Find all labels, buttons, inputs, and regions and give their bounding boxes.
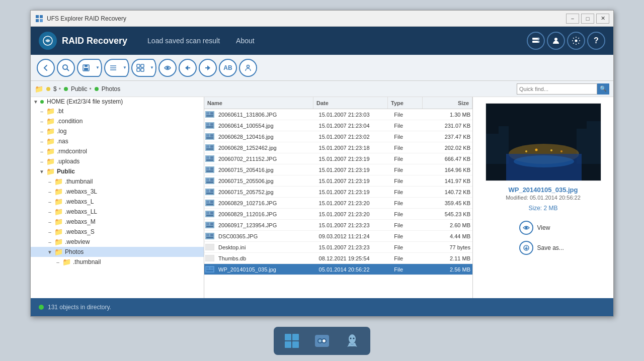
table-row[interactable]: Desktop.ini15.01.2007 21:23:23File77 byt… <box>204 242 472 253</box>
save-button[interactable] <box>77 59 94 77</box>
view-dropdown[interactable]: ▼ <box>148 59 156 77</box>
menu-about[interactable]: About <box>236 37 255 45</box>
info-button[interactable] <box>239 59 257 77</box>
svg-rect-66 <box>206 215 213 216</box>
view-button[interactable]: View <box>513 218 574 238</box>
list-item[interactable]: – 📁 .webview <box>31 237 204 247</box>
table-row[interactable]: 20060628_120416.jpg15.01.2007 21:23:02Fi… <box>204 131 472 142</box>
file-type-cell: File <box>392 266 427 273</box>
list-item[interactable]: – 📁 .nas <box>31 136 204 146</box>
table-row[interactable]: 20060829_102716.JPG15.01.2007 21:23:20Fi… <box>204 198 472 209</box>
svg-rect-58 <box>206 193 213 194</box>
table-row[interactable]: WP_20140105_035.jpg05.01.2014 20:56:22Fi… <box>204 264 472 275</box>
list-item[interactable]: – 📁 .condition <box>31 116 204 126</box>
list-item[interactable]: ▼ 📁 Photos <box>31 247 204 257</box>
user-icon-btn[interactable] <box>547 32 565 50</box>
list-item[interactable]: – 📁 .thumbnail <box>31 176 204 187</box>
list-item[interactable]: – 📁 .bt <box>31 106 204 116</box>
windows-icon-btn[interactable] <box>282 331 302 351</box>
table-row[interactable]: 20060715_205506.jpg15.01.2007 21:23:19Fi… <box>204 175 472 187</box>
table-row[interactable]: Thumbs.db08.12.2021 19:25:54File2.11 MB <box>204 253 472 264</box>
svg-rect-21 <box>137 68 140 71</box>
bc-photos[interactable]: Photos <box>102 85 120 93</box>
svg-point-91 <box>550 149 552 151</box>
search-submit-button[interactable]: 🔍 <box>597 83 609 95</box>
list-item[interactable]: – 📁 .webaxs_L <box>31 197 204 207</box>
tree-item-label: .webview <box>65 238 90 245</box>
list-button-group: ▼ <box>104 59 129 77</box>
table-row[interactable]: 20060611_131806.JPG15.01.2007 21:23:03Fi… <box>204 109 472 120</box>
list-item[interactable]: – 📁 .webaxs_3L <box>31 187 204 197</box>
list-item[interactable]: – 📁 .webaxs_S <box>31 227 204 237</box>
finder-icon-btn[interactable] <box>312 331 332 351</box>
table-row[interactable]: DSC00365.JPG09.03.2012 11:21:24File4.44 … <box>204 231 472 242</box>
menu-load-scan[interactable]: Load saved scan result <box>147 37 220 45</box>
minimize-button[interactable]: − <box>566 14 579 24</box>
settings-icon-btn[interactable] <box>567 32 585 50</box>
svg-marker-25 <box>205 65 210 70</box>
file-date-cell: 09.03.2012 11:21:24 <box>317 233 392 239</box>
svg-rect-97 <box>285 341 291 348</box>
col-header-type[interactable]: Type <box>388 97 423 109</box>
svg-point-26 <box>247 65 250 67</box>
tree-item-label: .webaxs_S <box>65 228 95 235</box>
file-name-cell: Thumbs.db <box>216 255 317 261</box>
file-name-cell: 20060702_211152.JPG <box>216 156 317 162</box>
list-item[interactable]: ▼ 📁 Public <box>31 166 204 176</box>
file-thumb <box>205 233 215 240</box>
table-row[interactable]: 20060702_211152.JPG15.01.2007 21:23:19Fi… <box>204 153 472 164</box>
folder-icon: 📁 <box>35 85 43 93</box>
list-item[interactable]: – 📁 .rmdcontrol <box>31 146 204 156</box>
svg-rect-38 <box>206 137 213 139</box>
list-button[interactable] <box>104 59 121 77</box>
svg-point-101 <box>318 339 321 342</box>
list-item[interactable]: – 📁 .thumbnail <box>31 257 204 267</box>
drives-icon-btn[interactable] <box>527 32 545 50</box>
table-row[interactable]: 20060715_205752.jpg15.01.2007 21:23:19Fi… <box>204 187 472 198</box>
col-header-name[interactable]: Name <box>204 97 313 109</box>
col-header-size[interactable]: Size <box>423 97 472 109</box>
table-row[interactable]: 20060715_205416.jpg15.01.2007 21:23:19Fi… <box>204 164 472 175</box>
list-item[interactable]: – 📁 .log <box>31 126 204 136</box>
file-size-cell: 545.23 KB <box>427 211 472 217</box>
file-date-cell: 15.01.2007 21:23:20 <box>317 200 392 206</box>
tree-item-label: .webaxs_LL <box>65 208 97 215</box>
table-row[interactable]: 20060917_123954.JPG15.01.2007 21:23:23Fi… <box>204 220 472 231</box>
list-item[interactable]: – 📁 .webaxs_LL <box>31 207 204 217</box>
bc-public[interactable]: Public <box>71 85 88 93</box>
prev-button[interactable] <box>179 59 197 77</box>
col-header-date[interactable]: Date <box>313 97 388 109</box>
svg-rect-28 <box>206 112 209 115</box>
table-row[interactable]: 20060628_1252462.jpg15.01.2007 21:23:18F… <box>204 142 472 153</box>
save-as-button[interactable]: Save as... <box>513 238 574 258</box>
save-dropdown[interactable]: ▼ <box>94 59 102 77</box>
svg-rect-54 <box>206 182 213 183</box>
status-dot <box>39 305 44 310</box>
search-button[interactable] <box>57 59 75 77</box>
maximize-button[interactable]: □ <box>581 14 594 24</box>
table-row[interactable]: 20060829_112016.JPG15.01.2007 21:23:20Fi… <box>204 209 472 220</box>
bc-dollar[interactable]: $ <box>53 85 57 93</box>
list-item[interactable]: – 📁 .webaxs_M <box>31 217 204 227</box>
view-button-group: ▼ <box>131 59 156 77</box>
linux-icon-btn[interactable] <box>342 331 362 351</box>
svg-rect-76 <box>205 255 214 261</box>
back-button[interactable] <box>37 59 55 77</box>
case-button[interactable]: AB <box>219 59 237 77</box>
close-button[interactable]: ✕ <box>596 14 609 24</box>
next-button[interactable] <box>199 59 217 77</box>
table-row[interactable]: 20060614_100554.jpg15.01.2007 21:23:04Fi… <box>204 120 472 131</box>
list-dropdown[interactable]: ▼ <box>121 59 129 77</box>
file-thumb <box>205 155 215 162</box>
svg-rect-19 <box>137 64 140 67</box>
help-icon-btn[interactable]: ? <box>587 32 605 50</box>
view-mode-button[interactable] <box>131 59 148 77</box>
tree-item-label: .uploads <box>57 158 79 165</box>
svg-rect-70 <box>206 226 213 227</box>
tree-toggle-root[interactable]: ▼ <box>33 99 39 105</box>
scan-button[interactable] <box>158 59 177 77</box>
search-input[interactable] <box>517 83 597 95</box>
list-item[interactable]: – 📁 .uploads <box>31 156 204 166</box>
tree-root[interactable]: ▼ HOME (Ext2/3/4 file system) <box>31 97 204 106</box>
tree-item-label: .webaxs_3L <box>65 188 97 195</box>
